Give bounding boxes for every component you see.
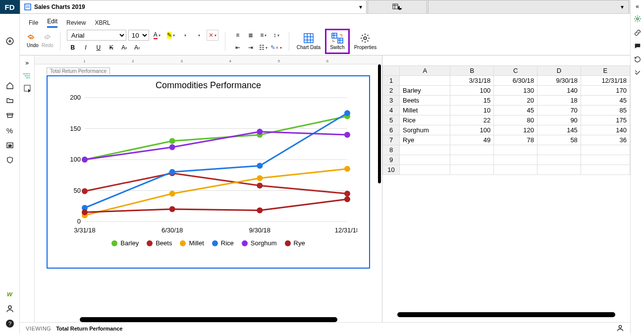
cell[interactable] [537,155,581,165]
history-icon[interactable] [634,56,641,64]
status-user-icon[interactable] [616,324,624,333]
cell[interactable]: 90 [537,115,581,125]
row-header[interactable]: 1 [383,76,400,86]
cell[interactable]: 6/30/18 [494,76,537,86]
outline-toggle[interactable]: » [20,56,35,322]
cell[interactable]: 58 [537,135,581,145]
clear-format-button[interactable]: ✕ [207,30,218,41]
document-tab[interactable]: Sales Charts 2019 ▾ [20,0,367,13]
redo-button[interactable]: Redo [42,35,54,48]
cell[interactable] [450,145,494,155]
cell[interactable] [581,155,630,165]
cell[interactable]: 85 [581,106,630,115]
comment-icon[interactable] [634,43,641,51]
cell[interactable]: 140 [581,125,630,135]
menu-edit[interactable]: Edit [47,18,57,28]
font-size-select[interactable]: 10 [128,30,149,41]
undo-button[interactable]: Undo [27,35,39,48]
cell[interactable] [537,165,581,175]
cell[interactable]: 140 [537,86,581,96]
cell[interactable]: Barley [400,86,450,96]
align-left-button[interactable]: ≡ [232,30,244,41]
row-header[interactable]: 5 [383,115,400,125]
row-header[interactable]: 3 [383,96,400,106]
italic-button[interactable]: I [80,42,92,53]
font-select[interactable]: Arial [67,30,126,41]
column-header[interactable]: E [581,66,630,76]
cell[interactable] [450,165,494,175]
cell[interactable] [400,155,450,165]
cell[interactable]: 100 [450,86,494,96]
add-icon[interactable] [0,34,20,49]
cell[interactable]: Beets [400,96,450,106]
cell[interactable]: 120 [494,125,537,135]
cell[interactable]: 145 [537,125,581,135]
properties-button[interactable]: Properties [350,30,381,53]
cell[interactable]: 20 [494,96,537,106]
check-icon[interactable] [634,69,641,78]
scrollbar-vertical[interactable] [378,64,381,183]
cell[interactable]: 15 [450,96,494,106]
paint-button[interactable]: ✎✕ [270,42,282,53]
cell[interactable]: 100 [450,125,494,135]
underline-button[interactable]: U [93,42,105,53]
cell[interactable]: 130 [494,86,537,96]
row-header[interactable]: 4 [383,106,400,115]
align-center-button[interactable]: ≣ [245,30,257,41]
home-icon[interactable] [0,78,20,93]
linespacing-button[interactable]: ↕ [270,30,282,41]
strike-button[interactable]: K [106,42,117,53]
shield-icon[interactable] [0,153,20,167]
cell[interactable]: 175 [581,115,630,125]
cell[interactable]: 9/30/18 [537,76,581,86]
cell[interactable] [494,155,537,165]
cell[interactable] [400,165,450,175]
cell[interactable]: 22 [450,115,494,125]
row-header[interactable]: 10 [383,165,400,175]
bookmark-icon[interactable] [20,85,34,94]
w-icon[interactable]: w [0,286,20,301]
row-header[interactable]: 9 [383,155,400,165]
legend-item[interactable]: Sorghum [242,239,277,247]
scrollbar-horizontal-left[interactable] [35,317,382,322]
cell[interactable]: 45 [581,96,630,106]
outdent-button[interactable]: ⇤ [232,42,244,53]
cell[interactable] [400,145,450,155]
calendar-icon[interactable]: 18 [0,138,20,153]
gear-icon[interactable] [634,15,642,24]
chart-card[interactable]: Commodities Performance 0501001502003/31… [47,75,370,269]
cell[interactable]: 170 [581,86,630,96]
cell[interactable] [537,145,581,155]
indent-button[interactable]: ⇥ [245,42,257,53]
switch-button[interactable]: Switch [326,30,348,53]
scrollbar-horizontal-right[interactable] [382,312,630,317]
data-sheet[interactable]: ABCDE13/31/186/30/189/30/1812/31/182Barl… [382,65,630,175]
menu-xbrl[interactable]: XBRL [95,19,110,28]
cell[interactable]: Rice [400,115,450,125]
cell[interactable] [494,165,537,175]
menu-file[interactable]: File [29,19,38,28]
row-header[interactable]: 2 [383,86,400,96]
cell[interactable] [400,76,450,86]
tab-overflow[interactable]: ▾ [428,0,629,13]
row-header[interactable]: 8 [383,145,400,155]
secondary-tab[interactable] [368,0,427,13]
cell[interactable] [450,155,494,165]
archive-icon[interactable] [0,108,20,123]
superscript-button[interactable]: Ax [118,42,130,53]
help-icon[interactable]: ? [0,316,20,331]
cell[interactable]: 78 [494,135,537,145]
column-header[interactable]: C [494,66,537,76]
row-header[interactable]: 6 [383,125,400,135]
cell[interactable]: 3/31/18 [450,76,494,86]
style-2-button[interactable] [193,30,205,41]
menu-review[interactable]: Review [66,19,86,28]
outline-icon[interactable] [20,72,34,81]
cell[interactable] [581,165,630,175]
cell[interactable]: 45 [494,106,537,115]
align-dd-button[interactable]: ≡ [258,30,269,41]
legend-item[interactable]: Rye [285,239,305,247]
cell[interactable]: 10 [450,106,494,115]
legend-item[interactable]: Millet [180,239,204,247]
doc-section-tab[interactable]: Total Return Performance [47,67,110,74]
